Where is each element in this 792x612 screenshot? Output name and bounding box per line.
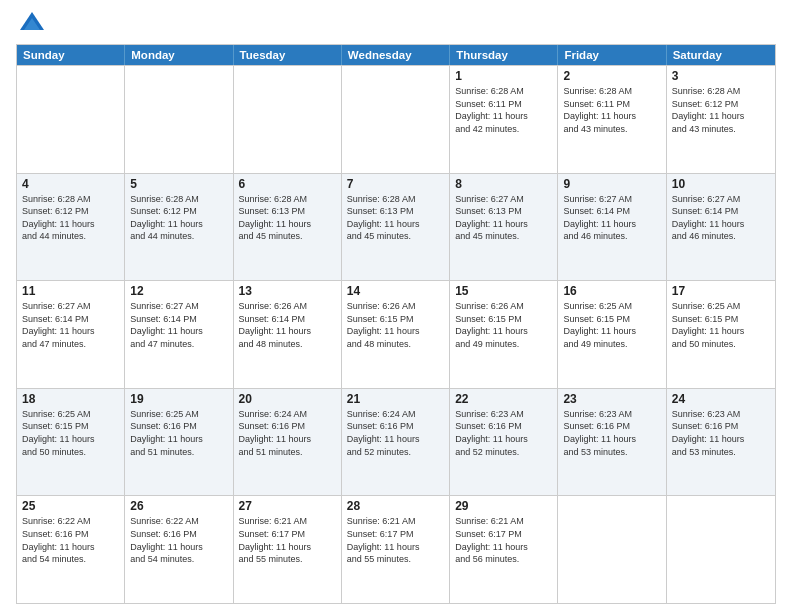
- calendar-day-cell: 29Sunrise: 6:21 AM Sunset: 6:17 PM Dayli…: [450, 496, 558, 603]
- calendar-header-cell: Sunday: [17, 45, 125, 65]
- calendar: SundayMondayTuesdayWednesdayThursdayFrid…: [16, 44, 776, 604]
- day-number: 18: [22, 392, 119, 406]
- day-number: 4: [22, 177, 119, 191]
- logo-icon: [18, 10, 46, 38]
- calendar-day-cell: 8Sunrise: 6:27 AM Sunset: 6:13 PM Daylig…: [450, 174, 558, 281]
- day-info: Sunrise: 6:28 AM Sunset: 6:13 PM Dayligh…: [239, 193, 336, 243]
- day-number: 28: [347, 499, 444, 513]
- day-number: 16: [563, 284, 660, 298]
- calendar-day-cell: 19Sunrise: 6:25 AM Sunset: 6:16 PM Dayli…: [125, 389, 233, 496]
- calendar-day-cell: 28Sunrise: 6:21 AM Sunset: 6:17 PM Dayli…: [342, 496, 450, 603]
- day-info: Sunrise: 6:27 AM Sunset: 6:14 PM Dayligh…: [672, 193, 770, 243]
- calendar-day-cell: 27Sunrise: 6:21 AM Sunset: 6:17 PM Dayli…: [234, 496, 342, 603]
- day-info: Sunrise: 6:21 AM Sunset: 6:17 PM Dayligh…: [239, 515, 336, 565]
- day-info: Sunrise: 6:28 AM Sunset: 6:11 PM Dayligh…: [563, 85, 660, 135]
- day-number: 6: [239, 177, 336, 191]
- calendar-week-row: 1Sunrise: 6:28 AM Sunset: 6:11 PM Daylig…: [17, 65, 775, 173]
- calendar-header-cell: Saturday: [667, 45, 775, 65]
- day-info: Sunrise: 6:21 AM Sunset: 6:17 PM Dayligh…: [347, 515, 444, 565]
- day-number: 20: [239, 392, 336, 406]
- day-info: Sunrise: 6:23 AM Sunset: 6:16 PM Dayligh…: [672, 408, 770, 458]
- day-number: 27: [239, 499, 336, 513]
- day-number: 3: [672, 69, 770, 83]
- calendar-week-row: 25Sunrise: 6:22 AM Sunset: 6:16 PM Dayli…: [17, 495, 775, 603]
- day-info: Sunrise: 6:26 AM Sunset: 6:15 PM Dayligh…: [455, 300, 552, 350]
- day-number: 8: [455, 177, 552, 191]
- calendar-day-cell: 12Sunrise: 6:27 AM Sunset: 6:14 PM Dayli…: [125, 281, 233, 388]
- calendar-day-cell: 13Sunrise: 6:26 AM Sunset: 6:14 PM Dayli…: [234, 281, 342, 388]
- day-info: Sunrise: 6:28 AM Sunset: 6:12 PM Dayligh…: [130, 193, 227, 243]
- calendar-header-cell: Wednesday: [342, 45, 450, 65]
- calendar-day-cell: [125, 66, 233, 173]
- day-info: Sunrise: 6:24 AM Sunset: 6:16 PM Dayligh…: [347, 408, 444, 458]
- calendar-day-cell: [17, 66, 125, 173]
- day-number: 10: [672, 177, 770, 191]
- day-info: Sunrise: 6:25 AM Sunset: 6:15 PM Dayligh…: [22, 408, 119, 458]
- calendar-day-cell: 6Sunrise: 6:28 AM Sunset: 6:13 PM Daylig…: [234, 174, 342, 281]
- calendar-day-cell: 24Sunrise: 6:23 AM Sunset: 6:16 PM Dayli…: [667, 389, 775, 496]
- day-number: 23: [563, 392, 660, 406]
- day-info: Sunrise: 6:27 AM Sunset: 6:14 PM Dayligh…: [22, 300, 119, 350]
- day-info: Sunrise: 6:25 AM Sunset: 6:15 PM Dayligh…: [672, 300, 770, 350]
- day-number: 21: [347, 392, 444, 406]
- logo: [16, 10, 46, 38]
- calendar-day-cell: 16Sunrise: 6:25 AM Sunset: 6:15 PM Dayli…: [558, 281, 666, 388]
- day-number: 7: [347, 177, 444, 191]
- calendar-day-cell: [234, 66, 342, 173]
- calendar-header-cell: Friday: [558, 45, 666, 65]
- calendar-day-cell: 26Sunrise: 6:22 AM Sunset: 6:16 PM Dayli…: [125, 496, 233, 603]
- day-info: Sunrise: 6:28 AM Sunset: 6:12 PM Dayligh…: [22, 193, 119, 243]
- day-info: Sunrise: 6:25 AM Sunset: 6:16 PM Dayligh…: [130, 408, 227, 458]
- day-info: Sunrise: 6:21 AM Sunset: 6:17 PM Dayligh…: [455, 515, 552, 565]
- day-info: Sunrise: 6:27 AM Sunset: 6:14 PM Dayligh…: [130, 300, 227, 350]
- day-number: 14: [347, 284, 444, 298]
- day-info: Sunrise: 6:23 AM Sunset: 6:16 PM Dayligh…: [563, 408, 660, 458]
- calendar-day-cell: 25Sunrise: 6:22 AM Sunset: 6:16 PM Dayli…: [17, 496, 125, 603]
- day-number: 24: [672, 392, 770, 406]
- day-info: Sunrise: 6:27 AM Sunset: 6:14 PM Dayligh…: [563, 193, 660, 243]
- day-info: Sunrise: 6:22 AM Sunset: 6:16 PM Dayligh…: [22, 515, 119, 565]
- day-number: 12: [130, 284, 227, 298]
- calendar-header-cell: Thursday: [450, 45, 558, 65]
- calendar-day-cell: 21Sunrise: 6:24 AM Sunset: 6:16 PM Dayli…: [342, 389, 450, 496]
- day-number: 19: [130, 392, 227, 406]
- day-info: Sunrise: 6:25 AM Sunset: 6:15 PM Dayligh…: [563, 300, 660, 350]
- day-info: Sunrise: 6:28 AM Sunset: 6:12 PM Dayligh…: [672, 85, 770, 135]
- calendar-day-cell: 7Sunrise: 6:28 AM Sunset: 6:13 PM Daylig…: [342, 174, 450, 281]
- calendar-day-cell: 5Sunrise: 6:28 AM Sunset: 6:12 PM Daylig…: [125, 174, 233, 281]
- day-number: 15: [455, 284, 552, 298]
- calendar-day-cell: 3Sunrise: 6:28 AM Sunset: 6:12 PM Daylig…: [667, 66, 775, 173]
- day-info: Sunrise: 6:24 AM Sunset: 6:16 PM Dayligh…: [239, 408, 336, 458]
- calendar-day-cell: 1Sunrise: 6:28 AM Sunset: 6:11 PM Daylig…: [450, 66, 558, 173]
- calendar-day-cell: 18Sunrise: 6:25 AM Sunset: 6:15 PM Dayli…: [17, 389, 125, 496]
- day-info: Sunrise: 6:23 AM Sunset: 6:16 PM Dayligh…: [455, 408, 552, 458]
- calendar-week-row: 18Sunrise: 6:25 AM Sunset: 6:15 PM Dayli…: [17, 388, 775, 496]
- header: [16, 10, 776, 38]
- day-number: 2: [563, 69, 660, 83]
- calendar-header: SundayMondayTuesdayWednesdayThursdayFrid…: [17, 45, 775, 65]
- calendar-day-cell: 2Sunrise: 6:28 AM Sunset: 6:11 PM Daylig…: [558, 66, 666, 173]
- day-number: 13: [239, 284, 336, 298]
- day-info: Sunrise: 6:28 AM Sunset: 6:11 PM Dayligh…: [455, 85, 552, 135]
- calendar-header-cell: Monday: [125, 45, 233, 65]
- day-number: 29: [455, 499, 552, 513]
- calendar-day-cell: 22Sunrise: 6:23 AM Sunset: 6:16 PM Dayli…: [450, 389, 558, 496]
- day-info: Sunrise: 6:27 AM Sunset: 6:13 PM Dayligh…: [455, 193, 552, 243]
- calendar-week-row: 11Sunrise: 6:27 AM Sunset: 6:14 PM Dayli…: [17, 280, 775, 388]
- day-number: 11: [22, 284, 119, 298]
- calendar-day-cell: 23Sunrise: 6:23 AM Sunset: 6:16 PM Dayli…: [558, 389, 666, 496]
- calendar-day-cell: [342, 66, 450, 173]
- calendar-day-cell: 11Sunrise: 6:27 AM Sunset: 6:14 PM Dayli…: [17, 281, 125, 388]
- calendar-day-cell: 17Sunrise: 6:25 AM Sunset: 6:15 PM Dayli…: [667, 281, 775, 388]
- day-info: Sunrise: 6:28 AM Sunset: 6:13 PM Dayligh…: [347, 193, 444, 243]
- calendar-day-cell: 9Sunrise: 6:27 AM Sunset: 6:14 PM Daylig…: [558, 174, 666, 281]
- calendar-day-cell: 4Sunrise: 6:28 AM Sunset: 6:12 PM Daylig…: [17, 174, 125, 281]
- day-info: Sunrise: 6:26 AM Sunset: 6:14 PM Dayligh…: [239, 300, 336, 350]
- day-number: 17: [672, 284, 770, 298]
- page: SundayMondayTuesdayWednesdayThursdayFrid…: [0, 0, 792, 612]
- calendar-body: 1Sunrise: 6:28 AM Sunset: 6:11 PM Daylig…: [17, 65, 775, 603]
- calendar-day-cell: 15Sunrise: 6:26 AM Sunset: 6:15 PM Dayli…: [450, 281, 558, 388]
- day-number: 26: [130, 499, 227, 513]
- calendar-day-cell: [558, 496, 666, 603]
- calendar-day-cell: 14Sunrise: 6:26 AM Sunset: 6:15 PM Dayli…: [342, 281, 450, 388]
